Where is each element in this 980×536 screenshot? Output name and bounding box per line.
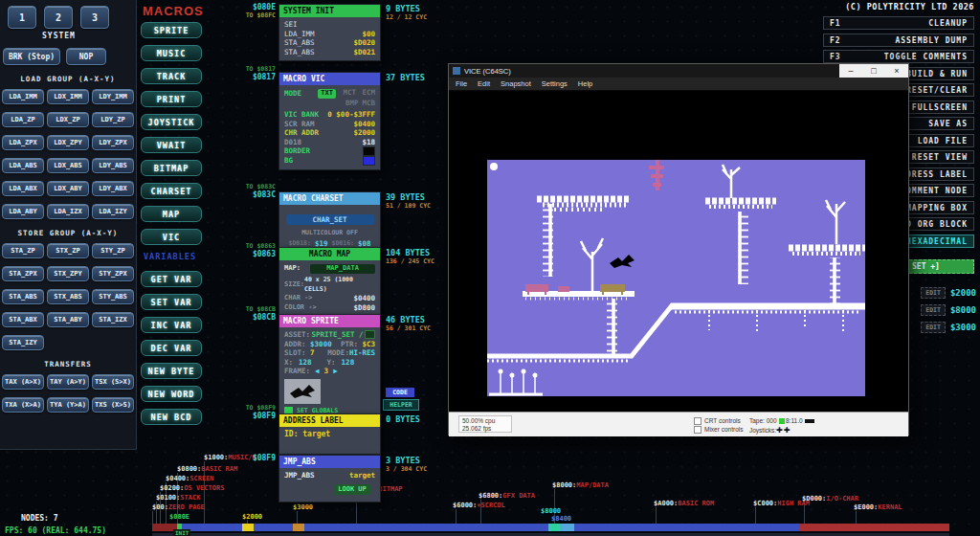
map-data-chip[interactable]: MAP_DATA xyxy=(310,264,375,274)
macro-button[interactable]: VWAIT xyxy=(141,137,202,153)
fkey-toggle-comments[interactable]: F3TOGGLE COMMENTS xyxy=(823,50,974,63)
macro-button[interactable]: SPRITE xyxy=(141,22,202,38)
macro-button[interactable]: JOYSTICK xyxy=(141,114,202,130)
jmp-target-value[interactable]: target xyxy=(349,471,375,480)
opcode-button[interactable]: STA_ZP xyxy=(2,243,44,258)
sprite-mode-value[interactable]: HI-RES xyxy=(349,348,375,357)
menu-item[interactable]: Help xyxy=(578,79,592,88)
op-value[interactable]: $D020 xyxy=(353,38,375,48)
opcode-button[interactable]: LDY_ABX xyxy=(92,181,134,196)
addr-value[interactable]: $3000 xyxy=(310,340,332,348)
opcode-button[interactable]: LDA_ABY xyxy=(2,204,44,219)
node-header[interactable]: MACRO MAP xyxy=(279,248,380,260)
slot-value[interactable]: 7 xyxy=(310,348,315,357)
multicolour-label[interactable]: MULTICOLOUR OFF xyxy=(279,229,380,236)
variable-button[interactable]: NEW BYTE xyxy=(141,363,202,379)
op-value[interactable]: $D021 xyxy=(353,48,375,57)
chr-addr-value[interactable]: $2000 xyxy=(353,128,375,138)
opcode-button[interactable]: LDY_ABS xyxy=(92,158,134,173)
opcode-button[interactable]: LDA_IZX xyxy=(47,204,89,219)
label-id-value[interactable]: ID: target xyxy=(284,430,330,439)
edit-value[interactable]: $3000 xyxy=(950,323,976,332)
macro-button[interactable]: PRINT xyxy=(141,91,202,107)
menu-item[interactable]: Edit xyxy=(478,79,490,88)
panel-tab[interactable]: 1 xyxy=(8,6,36,29)
opcode-button[interactable]: STA_ABS xyxy=(2,289,44,304)
mode-txt-chip[interactable]: TXT xyxy=(318,89,336,99)
transfer-button[interactable]: TAY (A>Y) xyxy=(47,374,89,390)
op-value[interactable]: $00 xyxy=(362,30,375,39)
opcode-button[interactable]: STA_IZX xyxy=(92,312,134,327)
nop-button[interactable]: NOP xyxy=(66,48,106,65)
opcode-button[interactable]: STA_ABY xyxy=(47,312,89,327)
transfer-button[interactable]: TXA (X>A) xyxy=(2,397,44,413)
macro-button[interactable]: CHARSET xyxy=(141,183,202,199)
opcode-button[interactable]: LDX_ZP xyxy=(47,112,89,127)
fkey-cleanup[interactable]: F1CLEANUP xyxy=(823,16,974,30)
opcode-button[interactable]: STA_IZY xyxy=(2,335,44,350)
opcode-button[interactable]: LDA_IMM xyxy=(2,89,44,104)
vice-title-bar[interactable]: VICE (C64SC) – □ × xyxy=(449,64,908,78)
mode-bmp[interactable]: BMP xyxy=(345,99,359,108)
fkey-assembly-dump[interactable]: F2ASSEMBLY DUMP xyxy=(823,34,974,47)
frame-prev-icon[interactable]: ◀ xyxy=(315,367,320,376)
opcode-button[interactable]: LDA_ZPX xyxy=(2,135,44,150)
edit-value[interactable]: $8000 xyxy=(950,305,976,315)
brk-button[interactable]: BRK (Stop) xyxy=(3,48,60,65)
close-icon[interactable]: × xyxy=(885,64,908,78)
opcode-button[interactable]: LDX_IMM xyxy=(47,89,89,104)
asset-value[interactable]: SPRITE_SET / xyxy=(311,330,363,340)
transfer-button[interactable]: TXS (X>S) xyxy=(92,397,134,413)
maximize-icon[interactable]: □ xyxy=(862,64,885,78)
macro-button[interactable]: TRACK xyxy=(141,68,202,84)
panel-tab[interactable]: 3 xyxy=(80,6,109,29)
panel-tab[interactable]: 2 xyxy=(44,6,73,29)
variable-button[interactable]: NEW BCD xyxy=(141,409,202,425)
opcode-button[interactable]: STA_ABX xyxy=(2,312,44,327)
menu-item[interactable]: Settings xyxy=(542,79,568,88)
opcode-button[interactable]: LDA_ABX xyxy=(2,181,44,196)
opcode-button[interactable]: LDY_IMM xyxy=(92,89,134,104)
memory-map-bar[interactable] xyxy=(152,524,949,531)
macro-button[interactable]: BITMAP xyxy=(141,160,202,176)
vic-bank-value[interactable]: 0 $00-$3FFF xyxy=(327,110,375,120)
node-header[interactable]: JMP_ABS xyxy=(279,456,380,468)
bg-color-swatch[interactable] xyxy=(363,156,375,166)
node-header[interactable]: MACRO VIC xyxy=(279,73,380,85)
node-header[interactable]: MACRO CHARSET xyxy=(279,192,380,205)
asset-slot-box[interactable] xyxy=(365,330,375,339)
macro-button[interactable]: MUSIC xyxy=(141,45,202,61)
opcode-button[interactable]: LDX_ZPY xyxy=(47,135,89,150)
variable-button[interactable]: DEC VAR xyxy=(141,340,202,356)
node-header[interactable]: MACRO SPRITE xyxy=(279,315,380,327)
node-header[interactable]: SYSTEM INIT xyxy=(279,5,380,17)
crt-checkbox[interactable] xyxy=(694,417,702,425)
macro-button[interactable]: MAP xyxy=(141,206,202,222)
menu-item[interactable]: File xyxy=(456,79,467,88)
edit-button[interactable]: EDIT xyxy=(921,322,946,333)
mixer-checkbox[interactable] xyxy=(694,426,702,434)
minimize-icon[interactable]: – xyxy=(839,64,862,78)
variable-button[interactable]: NEW WORD xyxy=(141,386,202,402)
transfer-button[interactable]: TAX (A>X) xyxy=(2,374,44,390)
edit-button[interactable]: EDIT xyxy=(921,287,946,299)
opcode-button[interactable]: STY_ZP xyxy=(92,243,134,258)
node-header[interactable]: ADDRESS LABEL xyxy=(279,414,380,427)
variable-button[interactable]: INC VAR xyxy=(141,317,202,333)
opcode-button[interactable]: STX_ABS xyxy=(47,289,89,304)
edit-button[interactable]: EDIT xyxy=(921,304,946,316)
opcode-button[interactable]: STY_ZPX xyxy=(92,266,134,281)
scr-ram-value[interactable]: $0400 xyxy=(353,120,375,129)
look-up-button[interactable]: LOOK UP xyxy=(334,484,370,495)
opcode-button[interactable]: LDA_ABS xyxy=(2,158,44,173)
variable-button[interactable]: GET VAR xyxy=(141,271,202,287)
y-value[interactable]: 128 xyxy=(342,358,355,368)
opcode-button[interactable]: LDX_ABS xyxy=(47,158,89,173)
opcode-button[interactable]: LDA_ZP xyxy=(2,112,44,127)
mode-mct[interactable]: MCT xyxy=(343,88,356,97)
opcode-button[interactable]: LDA_IZY xyxy=(92,204,134,219)
opcode-button[interactable]: STY_ABS xyxy=(92,289,134,304)
color-arrow-value[interactable]: $D800 xyxy=(353,303,375,313)
transfer-button[interactable]: TYA (Y>A) xyxy=(47,397,89,413)
border-color-swatch[interactable] xyxy=(363,146,375,156)
